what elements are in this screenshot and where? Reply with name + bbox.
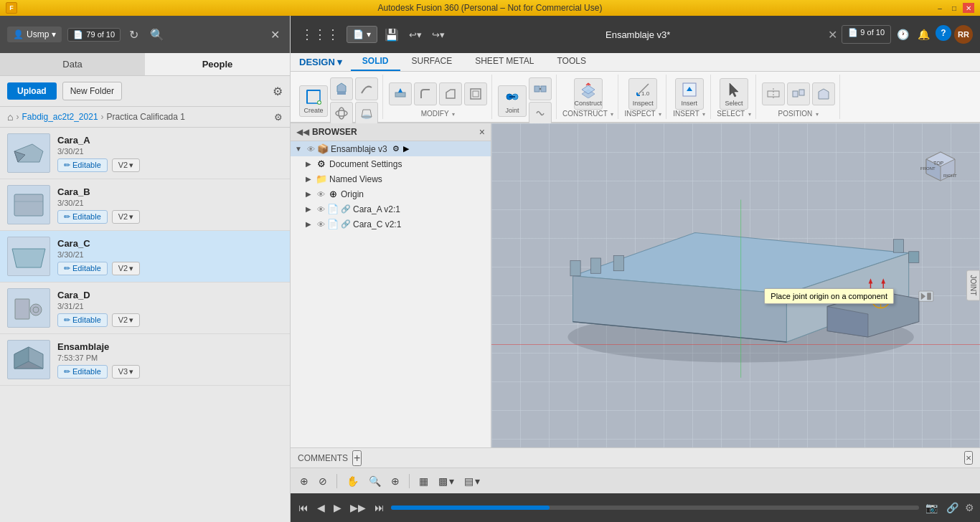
eye-icon-root[interactable]: 👁 xyxy=(307,145,315,153)
zoom-button[interactable]: 🔍 xyxy=(365,473,385,489)
fillet-button[interactable] xyxy=(414,82,437,105)
tab-solid[interactable]: SOLID xyxy=(351,52,400,71)
play-icon-root[interactable]: ▶ xyxy=(403,144,409,153)
comments-panel-close[interactable]: × xyxy=(964,451,973,465)
user-menu-button[interactable]: 👤 Usmp ▾ xyxy=(7,27,62,42)
timeline-settings-button[interactable]: ⚙ xyxy=(965,502,974,513)
expand-icon-origin[interactable]: ▶ xyxy=(303,189,314,199)
orbit-button[interactable]: ⊘ xyxy=(315,473,331,489)
maximize-button[interactable]: □ xyxy=(948,3,960,13)
add-comment-button[interactable]: + xyxy=(352,450,362,466)
expand-icon-cara-a[interactable]: ▶ xyxy=(303,204,314,214)
editable-tag[interactable]: ✏ Editable xyxy=(57,262,108,275)
display-mode-button[interactable]: ▦ xyxy=(415,473,432,489)
tree-item-doc-settings[interactable]: ▶ ⚙ Document Settings xyxy=(291,156,491,171)
list-item[interactable]: Cara_D 3/31/21 ✏ Editable V2 ▾ xyxy=(0,283,290,334)
joint-button[interactable]: Joint xyxy=(498,85,527,117)
position-btn-3[interactable] xyxy=(812,82,835,105)
version-button[interactable]: V3 ▾ xyxy=(112,365,140,379)
insert-button[interactable]: Insert xyxy=(675,78,704,110)
breadcrumb-settings-icon[interactable]: ⚙ xyxy=(274,112,283,123)
refresh-button[interactable]: ↻ xyxy=(126,25,141,44)
expand-icon-cara-c[interactable]: ▶ xyxy=(303,219,314,229)
tab-sheet-metal[interactable]: SHEET METAL xyxy=(463,52,545,71)
joint-side-tab[interactable]: JOINT xyxy=(966,270,980,301)
timeline-track[interactable] xyxy=(391,506,919,510)
eye-icon-cara-a[interactable]: 👁 xyxy=(317,205,325,214)
tree-item-cara-a[interactable]: ▶ 👁 📄 🔗 Cara_A v2:1 xyxy=(291,201,491,217)
clock-button[interactable]: 🕐 xyxy=(894,25,912,44)
timeline-next-button[interactable]: ▶▶ xyxy=(348,500,368,516)
new-folder-button[interactable]: New Folder xyxy=(62,82,122,100)
home-icon[interactable]: ⌂ xyxy=(7,111,13,123)
version-button[interactable]: V2 ▾ xyxy=(112,313,140,327)
position-btn-2[interactable] xyxy=(787,82,810,105)
select-button[interactable]: Select xyxy=(720,78,748,110)
tab-data[interactable]: Data xyxy=(0,53,145,75)
expand-icon-doc-settings[interactable]: ▶ xyxy=(303,159,314,169)
visual-style-button[interactable]: ▩ ▾ xyxy=(435,473,458,489)
breadcrumb-item-1[interactable]: Fabdig_ac2t2_2021 xyxy=(22,112,98,122)
viewport-3d[interactable]: Place joint origin on a component TOP FR… xyxy=(491,123,980,447)
timeline-end-button[interactable]: ⏭ xyxy=(372,500,387,516)
zoom-in-button[interactable]: ⊕ xyxy=(387,473,403,489)
grid-button[interactable]: ▤ ▾ xyxy=(461,473,484,489)
bell-button[interactable]: 🔔 xyxy=(915,25,933,44)
help-button[interactable]: ? xyxy=(936,25,951,41)
timeline-camera-button[interactable]: 📷 xyxy=(923,500,940,516)
version-button[interactable]: V2 ▾ xyxy=(112,158,140,172)
position-btn-1[interactable] xyxy=(762,82,785,105)
revolve-button[interactable] xyxy=(330,102,353,125)
editable-tag[interactable]: ✏ Editable xyxy=(57,313,108,327)
redo-button[interactable]: ↪▾ xyxy=(429,27,448,43)
file-menu-button[interactable]: 📄 ▾ xyxy=(347,26,377,43)
extrude-button[interactable] xyxy=(330,77,353,100)
grid-menu-button[interactable]: ⋮⋮⋮ xyxy=(298,24,342,45)
tab-tools[interactable]: TOOLS xyxy=(545,52,597,71)
close-button[interactable]: ✕ xyxy=(963,3,974,13)
version-button[interactable]: V2 ▾ xyxy=(112,262,140,275)
expand-icon-root[interactable]: ▼ xyxy=(293,144,303,154)
minimize-button[interactable]: – xyxy=(934,3,946,13)
create-sketch-button[interactable]: Create xyxy=(299,85,328,117)
user-avatar[interactable]: RR xyxy=(954,25,973,44)
tab-people[interactable]: People xyxy=(145,53,290,75)
save-button[interactable]: 💾 xyxy=(382,25,402,44)
view-cube[interactable]: TOP FRONT RIGHT xyxy=(912,130,969,188)
design-dropdown-button[interactable]: DESIGN ▾ xyxy=(291,53,351,71)
shell-button[interactable] xyxy=(464,82,487,105)
zoom-fit-button[interactable]: ✋ xyxy=(343,473,362,489)
undo-button[interactable]: ↩▾ xyxy=(406,27,425,43)
list-item[interactable]: Cara_B 3/30/21 ✏ Editable V2 ▾ xyxy=(0,179,290,231)
tree-item-origin[interactable]: ▶ 👁 ⊕ Origin xyxy=(291,186,491,201)
motion-link-button[interactable] xyxy=(529,102,552,125)
sweep-button[interactable] xyxy=(355,77,378,100)
editable-tag[interactable]: ✏ Editable xyxy=(57,365,108,379)
loft-button[interactable] xyxy=(355,102,378,125)
eye-icon-cara-c[interactable]: 👁 xyxy=(317,220,325,229)
pan-button[interactable]: ⊕ xyxy=(296,473,312,489)
expand-icon-named-views[interactable]: ▶ xyxy=(303,174,314,184)
timeline-play-button[interactable]: ▶ xyxy=(331,500,344,516)
measure-button[interactable]: 1.0 Inspect xyxy=(628,78,657,110)
tree-item-cara-c[interactable]: ▶ 👁 📄 🔗 Cara_C v2:1 xyxy=(291,217,491,232)
timeline-start-button[interactable]: ⏮ xyxy=(296,500,311,516)
version-button[interactable]: V2 ▾ xyxy=(112,210,140,224)
chamfer-button[interactable] xyxy=(439,82,462,105)
rigid-group-button[interactable] xyxy=(529,77,552,100)
list-item[interactable]: Cara_A 3/30/21 ✏ Editable V2 ▾ xyxy=(0,128,290,179)
upload-button[interactable]: Upload xyxy=(7,82,57,100)
search-button-left[interactable]: 🔍 xyxy=(147,25,167,44)
press-pull-button[interactable] xyxy=(389,82,412,105)
settings-button[interactable]: ⚙ xyxy=(273,85,283,98)
tab-surface[interactable]: SURFACE xyxy=(400,52,464,71)
close-doc-button[interactable]: ✕ xyxy=(828,28,837,42)
close-panel-button[interactable]: ✕ xyxy=(268,25,283,44)
browser-close-button[interactable]: × xyxy=(479,126,485,138)
editable-tag[interactable]: ✏ Editable xyxy=(57,158,108,172)
list-item[interactable]: Ensamblaje 7:53:37 PM ✏ Editable V3 ▾ xyxy=(0,334,290,386)
offset-plane-button[interactable]: Construct xyxy=(574,78,603,110)
settings-icon-root[interactable]: ⚙ xyxy=(392,144,400,153)
browser-collapse-button[interactable]: ◀◀ xyxy=(296,127,309,137)
editable-tag[interactable]: ✏ Editable xyxy=(57,210,108,224)
